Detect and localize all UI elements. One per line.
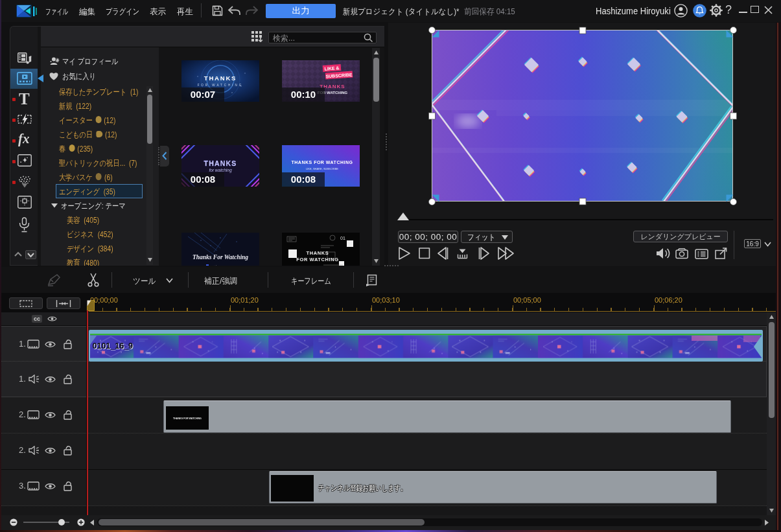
svg-text:0101_16_9: 0101_16_9 <box>93 341 134 351</box>
svg-text:Thanks For Watching: Thanks For Watching <box>192 254 248 260</box>
svg-text:FOR WATCHING: FOR WATCHING <box>198 84 244 87</box>
svg-text:THANKS: THANKS <box>307 250 329 256</box>
svg-text:THANKS: THANKS <box>204 75 237 82</box>
svg-text:THANKS FOR WATCHING: THANKS FOR WATCHING <box>173 417 202 420</box>
svg-text:social.com: social.com <box>211 265 222 266</box>
svg-text:01: 01 <box>340 236 345 240</box>
svg-text:THANKS: THANKS <box>204 159 237 167</box>
svg-text:THANKS FOR WATCHING: THANKS FOR WATCHING <box>292 160 353 165</box>
svg-text:FOR WATCHING: FOR WATCHING <box>296 257 338 262</box>
svg-text:LIKE, SHARE, SUBSCRIBE: LIKE, SHARE, SUBSCRIBE <box>306 167 338 170</box>
